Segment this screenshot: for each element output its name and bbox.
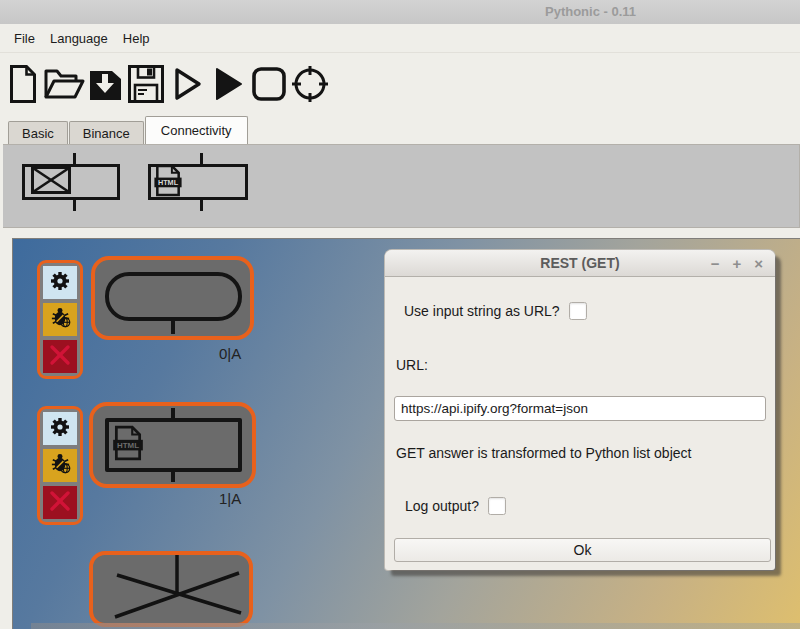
horizontal-scrollbar[interactable] <box>31 623 800 629</box>
ok-button-label: Ok <box>574 542 592 558</box>
stop-icon <box>251 66 287 102</box>
connector-tick <box>73 153 76 164</box>
element-palette: HTML <box>3 144 800 228</box>
connector-tick <box>200 153 203 164</box>
palette-item-email[interactable] <box>22 153 126 215</box>
use-input-checkbox[interactable] <box>569 302 587 320</box>
save-as-icon <box>87 65 123 103</box>
node-0-settings-button[interactable] <box>43 266 77 299</box>
node-1-settings-button[interactable] <box>43 412 77 445</box>
connector-line <box>171 469 175 482</box>
menu-help[interactable]: Help <box>123 31 150 46</box>
save-as-button[interactable] <box>87 62 123 106</box>
branch-lines <box>93 555 249 623</box>
ok-button[interactable]: Ok <box>394 538 771 562</box>
dialog-window-controls: − + × <box>711 250 763 276</box>
app-title: Pythonic - 0.11 <box>545 4 636 19</box>
node-0-label: 0|A <box>219 345 241 362</box>
node-0-delete-button[interactable] <box>43 340 77 373</box>
tab-binance[interactable]: Binance <box>69 121 144 144</box>
tab-bar: Basic Binance Connectivity <box>0 115 800 144</box>
connector-tick <box>200 200 203 211</box>
save-disk-icon <box>127 64 165 104</box>
new-file-icon <box>9 64 37 104</box>
schedule-button[interactable] <box>292 62 328 106</box>
run-all-button[interactable] <box>210 62 246 106</box>
menu-bar: File Language Help <box>0 24 800 53</box>
start-shape <box>105 272 242 321</box>
stop-button[interactable] <box>251 62 287 106</box>
crosshair-icon <box>291 65 329 103</box>
minimize-button[interactable]: − <box>711 256 720 271</box>
palette-item-rest-get[interactable]: HTML <box>148 153 252 215</box>
new-file-button[interactable] <box>5 62 41 106</box>
rest-element-box: HTML <box>148 164 248 200</box>
gear-icon <box>48 269 72 297</box>
rest-shape: HTML <box>105 418 242 472</box>
delete-x-icon <box>48 489 72 517</box>
connector-line <box>171 321 175 334</box>
tab-connectivity-label: Connectivity <box>161 123 232 138</box>
node-rest-get[interactable]: HTML <box>89 402 256 488</box>
use-input-label: Use input string as URL? <box>404 303 560 319</box>
node-0-debug-button[interactable] <box>43 303 77 336</box>
url-label: URL: <box>396 357 428 373</box>
url-input[interactable] <box>394 396 766 421</box>
delete-x-icon <box>48 343 72 371</box>
bug-icon <box>49 452 72 479</box>
envelope-icon <box>31 166 71 198</box>
use-input-row: Use input string as URL? <box>404 302 587 320</box>
node-1-debug-button[interactable] <box>43 449 77 482</box>
log-output-checkbox[interactable] <box>488 497 506 515</box>
open-folder-icon <box>43 66 85 102</box>
open-file-button[interactable] <box>46 62 82 106</box>
node-1-label: 1|A <box>219 490 241 507</box>
svg-text:HTML: HTML <box>158 178 179 187</box>
node-0-toolbar <box>37 260 83 379</box>
tab-connectivity[interactable]: Connectivity <box>145 116 248 144</box>
app-titlebar[interactable]: Pythonic - 0.11 <box>0 0 800 24</box>
dialog-titlebar[interactable]: REST (GET) − + × <box>385 250 775 277</box>
dialog-body: Use input string as URL? URL: GET answer… <box>385 277 775 570</box>
node-multi-branch[interactable] <box>89 551 253 627</box>
node-1-delete-button[interactable] <box>43 486 77 519</box>
menu-file[interactable]: File <box>14 31 35 46</box>
tab-basic-label: Basic <box>22 126 54 141</box>
log-output-label: Log output? <box>405 498 479 514</box>
save-button[interactable] <box>128 62 164 106</box>
play-filled-icon <box>211 66 245 102</box>
html-file-icon: HTML <box>112 425 144 465</box>
info-text: GET answer is transformed to Python list… <box>396 445 691 461</box>
maximize-button[interactable]: + <box>732 256 741 271</box>
tab-binance-label: Binance <box>83 126 130 141</box>
close-button[interactable]: × <box>754 256 763 271</box>
run-once-button[interactable] <box>169 62 205 106</box>
connector-tick <box>73 200 76 211</box>
tab-basic[interactable]: Basic <box>8 121 68 144</box>
dialog-title: REST (GET) <box>540 255 619 271</box>
node-1-toolbar <box>37 406 83 525</box>
toolbar <box>0 53 800 115</box>
gear-icon <box>48 415 72 443</box>
url-label-row: URL: <box>396 357 428 373</box>
email-element-box <box>22 164 120 200</box>
node-start[interactable] <box>91 256 254 340</box>
svg-text:HTML: HTML <box>117 441 139 450</box>
play-outline-icon <box>170 66 204 102</box>
menu-language[interactable]: Language <box>50 31 108 46</box>
bug-icon <box>49 306 72 333</box>
info-row: GET answer is transformed to Python list… <box>396 445 691 461</box>
rest-get-dialog: REST (GET) − + × Use input string as URL… <box>385 250 775 570</box>
html-file-icon: HTML <box>153 164 183 201</box>
log-output-row: Log output? <box>405 497 506 515</box>
